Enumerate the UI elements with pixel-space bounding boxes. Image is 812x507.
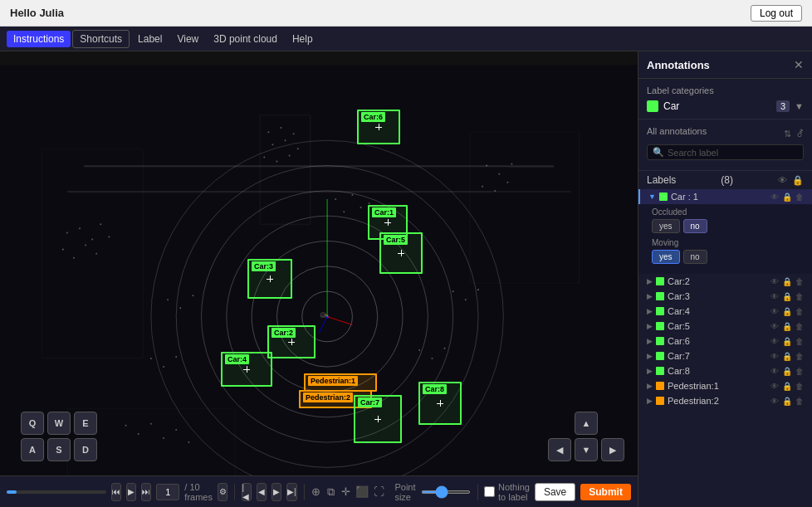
label-item-ped2[interactable]: ▶ Pedestrian:2 👁 🔒 🗑: [638, 393, 812, 408]
nothing-to-label-label[interactable]: Nothing to label: [484, 482, 530, 502]
label-item-car1[interactable]: ▼ Car : 1 👁 🔒 🗑: [638, 189, 812, 204]
first-frame-button[interactable]: |◀: [242, 483, 252, 501]
play-button[interactable]: ▶: [126, 483, 136, 501]
label-item-ped1[interactable]: ▶ Pedestrian:1 👁 🔒 🗑: [638, 378, 812, 393]
progress-track[interactable]: [7, 490, 106, 494]
nav-down-button[interactable]: ▼: [575, 438, 598, 461]
panel-close-button[interactable]: ✕: [794, 58, 804, 71]
del-car7[interactable]: 🗑: [795, 352, 804, 361]
transform-tool[interactable]: ⬛: [355, 482, 369, 502]
del-car4[interactable]: 🗑: [795, 307, 804, 316]
prev-frame-button[interactable]: ◀: [257, 483, 267, 501]
annotation-car4[interactable]: Car:4: [221, 352, 272, 387]
menu-label[interactable]: Label: [131, 31, 169, 47]
vis-ped1[interactable]: 👁: [770, 382, 779, 391]
lock-ped1[interactable]: 🔒: [782, 382, 792, 391]
menu-help[interactable]: Help: [286, 31, 320, 47]
label-item-car7[interactable]: ▶ Car:7 👁 🔒 🗑: [638, 349, 812, 363]
lock-icon-car1[interactable]: 🔒: [782, 193, 792, 202]
menu-shortcuts[interactable]: Shortcuts: [72, 30, 130, 48]
lock-car6[interactable]: 🔒: [782, 337, 792, 346]
kbd-q[interactable]: Q: [21, 412, 44, 435]
menu-3d-point-cloud[interactable]: 3D point cloud: [207, 31, 284, 47]
lock-car5[interactable]: 🔒: [782, 322, 792, 331]
kbd-e[interactable]: E: [74, 412, 97, 435]
frame-input[interactable]: [156, 484, 179, 500]
vis-car7[interactable]: 👁: [770, 352, 779, 361]
search-row[interactable]: 🔍: [647, 144, 804, 160]
del-car6[interactable]: 🗑: [795, 337, 804, 346]
logout-button[interactable]: Log out: [751, 5, 802, 22]
search-input[interactable]: [668, 148, 798, 158]
vis-car8[interactable]: 👁: [770, 367, 779, 376]
kbd-s[interactable]: S: [47, 438, 71, 461]
label-item-car8[interactable]: ▶ Car:8 👁 🔒 🗑: [638, 363, 812, 378]
vis-car5[interactable]: 👁: [770, 322, 779, 331]
label-item-car3[interactable]: ▶ Car:3 👁 🔒 🗑: [638, 289, 812, 304]
canvas-area[interactable]: Car:6 Car:1 Car:5 Car:3 Car:2 Car:4: [0, 51, 638, 507]
lock-icon[interactable]: 🔒: [792, 175, 804, 186]
vis-icon-car1[interactable]: 👁: [770, 193, 779, 202]
point-size-slider[interactable]: [421, 490, 471, 494]
annotation-car3[interactable]: Car:3: [247, 259, 292, 299]
del-icon-car1[interactable]: 🗑: [795, 193, 804, 202]
moving-yes-btn[interactable]: yes: [652, 250, 680, 264]
annotation-car6[interactable]: Car:6: [357, 110, 400, 144]
settings-button[interactable]: ⚙: [218, 483, 227, 501]
del-car8[interactable]: 🗑: [795, 367, 804, 376]
expand-tri-car1[interactable]: ▼: [648, 193, 656, 201]
vis-car3[interactable]: 👁: [770, 292, 779, 301]
occluded-yes-btn[interactable]: yes: [652, 219, 680, 233]
nav-left-button[interactable]: ◀: [548, 438, 571, 461]
lock-car2[interactable]: 🔒: [782, 277, 792, 286]
label-category-row[interactable]: Car 3 ▼: [647, 100, 804, 112]
vis-car6[interactable]: 👁: [770, 337, 779, 346]
lock-car4[interactable]: 🔒: [782, 307, 792, 316]
labels-list[interactable]: ▼ Car : 1 👁 🔒 🗑 Occluded yes no: [638, 189, 812, 507]
menu-view[interactable]: View: [170, 31, 205, 47]
annotation-car2[interactable]: Car:2: [267, 325, 316, 358]
submit-button[interactable]: Submit: [580, 484, 631, 500]
del-car2[interactable]: 🗑: [795, 277, 804, 286]
annotation-ped1[interactable]: Pedestrian:1: [304, 373, 377, 392]
save-button[interactable]: Save: [535, 483, 575, 501]
fullscreen-tool[interactable]: ⛶: [374, 482, 384, 502]
kbd-w[interactable]: W: [47, 412, 71, 435]
lock-car7[interactable]: 🔒: [782, 352, 792, 361]
del-ped2[interactable]: 🗑: [795, 397, 804, 406]
filter-icon[interactable]: ⚦: [796, 129, 804, 139]
annotate-tool[interactable]: ⊕: [311, 482, 320, 502]
annotation-car5[interactable]: Car:5: [379, 232, 423, 274]
vis-car2[interactable]: 👁: [770, 277, 779, 286]
skip-start-button[interactable]: ⏮: [111, 483, 121, 501]
annotation-car7[interactable]: Car:7: [354, 395, 402, 443]
last-frame-button[interactable]: ▶|: [286, 483, 297, 501]
del-car3[interactable]: 🗑: [795, 292, 804, 301]
kbd-d[interactable]: D: [74, 438, 97, 461]
nav-up-button[interactable]: ▲: [575, 412, 598, 435]
copy-tool[interactable]: ⧉: [325, 482, 335, 502]
next-frame-button[interactable]: ▶: [271, 483, 281, 501]
annotation-car8[interactable]: Car:8: [418, 382, 462, 425]
vis-ped2[interactable]: 👁: [770, 397, 779, 406]
menu-instructions[interactable]: Instructions: [7, 31, 71, 47]
move-tool[interactable]: ✛: [340, 482, 350, 502]
skip-forward-button[interactable]: ⏭: [141, 483, 151, 501]
lock-ped2[interactable]: 🔒: [782, 397, 792, 406]
kbd-a[interactable]: A: [21, 438, 44, 461]
expand-tri-car2[interactable]: ▶: [647, 277, 653, 285]
label-item-car4[interactable]: ▶ Car:4 👁 🔒 🗑: [638, 304, 812, 319]
del-ped1[interactable]: 🗑: [795, 382, 804, 391]
del-car5[interactable]: 🗑: [795, 322, 804, 331]
label-item-car5[interactable]: ▶ Car:5 👁 🔒 🗑: [638, 319, 812, 334]
moving-no-btn[interactable]: no: [683, 250, 707, 264]
sort-icon[interactable]: ⇅: [784, 129, 791, 139]
label-item-car2[interactable]: ▶ Car:2 👁 🔒 🗑: [638, 274, 812, 289]
cat-dropdown-button[interactable]: ▼: [795, 101, 804, 111]
lock-car3[interactable]: 🔒: [782, 292, 792, 301]
lock-car8[interactable]: 🔒: [782, 367, 792, 376]
nothing-to-label-checkbox[interactable]: [484, 486, 495, 497]
vis-car4[interactable]: 👁: [770, 307, 779, 316]
nav-right-button[interactable]: ▶: [601, 438, 624, 461]
occluded-no-btn[interactable]: no: [683, 219, 707, 233]
